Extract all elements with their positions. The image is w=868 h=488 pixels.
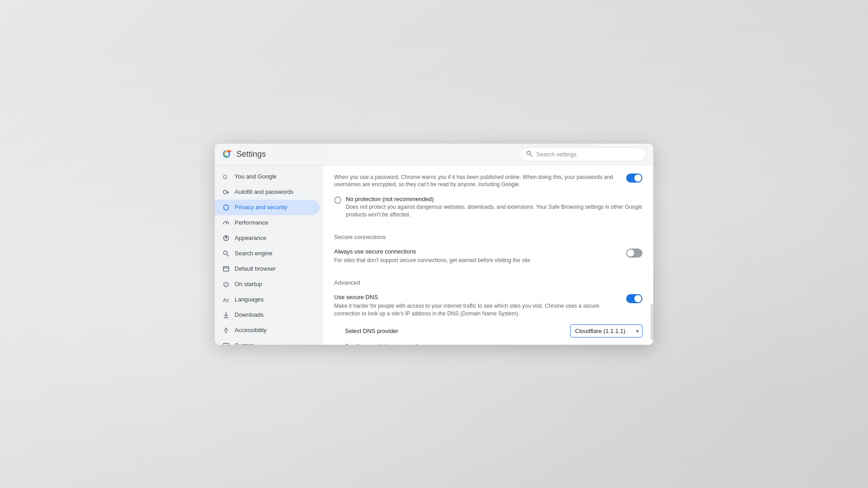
sidebar-item-autofill[interactable]: Autofill and passwords xyxy=(215,184,320,200)
power-icon xyxy=(222,280,230,288)
sidebar-label-performance: Performance xyxy=(235,219,268,226)
gauge-icon xyxy=(222,219,230,227)
use-secure-dns-text: Use secure DNS Make it harder for people… xyxy=(334,293,619,318)
accessibility-icon xyxy=(222,326,230,334)
svg-point-2 xyxy=(225,153,228,156)
privacy-policy-row: See this provider's privacy policy xyxy=(334,341,642,344)
sidebar-label-search-engine: Search engine xyxy=(235,250,273,257)
sidebar-label-system: System xyxy=(235,342,254,345)
sidebar-item-downloads[interactable]: Downloads xyxy=(215,307,320,323)
svg-rect-14 xyxy=(223,267,229,271)
privacy-policy-text: See this provider's xyxy=(345,343,389,344)
use-secure-dns-desc: Make it harder for people with access to… xyxy=(334,302,619,318)
always-secure-desc: For sites that don't support secure conn… xyxy=(334,257,619,264)
sidebar-item-languages[interactable]: A文 Languages xyxy=(215,292,320,307)
sidebar-label-autofill: Autofill and passwords xyxy=(235,188,293,195)
sidebar-label-on-startup: On startup xyxy=(235,281,262,287)
key-icon xyxy=(222,188,230,196)
no-protection-desc: Does not protect you against dangerous w… xyxy=(346,203,642,219)
search-engine-icon xyxy=(222,249,230,258)
sidebar-label-default-browser: Default browser xyxy=(235,265,276,272)
scrollbar-thumb[interactable] xyxy=(651,304,653,340)
browser-icon xyxy=(222,265,230,273)
dns-provider-label: Select DNS provider xyxy=(345,328,398,334)
search-icon xyxy=(526,150,533,158)
svg-text:文: 文 xyxy=(226,298,230,303)
sidebar-label-accessibility: Accessibility xyxy=(235,327,267,333)
advanced-header: Advanced xyxy=(334,272,642,290)
content-scrollbar[interactable] xyxy=(651,165,653,345)
dns-provider-row: Select DNS provider Cloudflare (1.1.1.1)… xyxy=(334,321,642,341)
search-input[interactable] xyxy=(536,151,639,158)
divider-2 xyxy=(334,270,642,270)
svg-point-6 xyxy=(223,190,227,194)
sidebar-item-performance[interactable]: Performance xyxy=(215,215,320,230)
appearance-icon xyxy=(222,234,230,242)
use-secure-dns-label: Use secure DNS xyxy=(334,293,619,301)
toggle-knob xyxy=(634,174,642,182)
use-secure-dns-row: Use secure DNS Make it harder for people… xyxy=(334,290,642,321)
svg-line-10 xyxy=(226,222,227,224)
system-icon xyxy=(222,342,230,345)
content-area: When you use a password, Chrome warns yo… xyxy=(323,165,653,345)
sidebar: G You and Google Autofill and passwords … xyxy=(215,165,323,345)
dns-provider-select[interactable]: Cloudflare (1.1.1.1) Google (8.8.8.8) Cu… xyxy=(570,324,642,338)
sidebar-item-appearance[interactable]: Appearance xyxy=(215,230,320,246)
svg-text:G: G xyxy=(223,174,227,180)
sidebar-label-appearance: Appearance xyxy=(235,235,266,241)
toggle-knob-on xyxy=(634,295,642,302)
toggle-track[interactable] xyxy=(626,174,642,183)
sidebar-item-on-startup[interactable]: On startup xyxy=(215,277,320,292)
password-warning-desc: When you use a password, Chrome warns yo… xyxy=(334,174,619,189)
always-secure-toggle[interactable] xyxy=(626,249,642,258)
no-protection-option[interactable]: No protection (not recommended) Does not… xyxy=(334,192,642,222)
chrome-logo-icon xyxy=(222,150,231,159)
svg-rect-21 xyxy=(223,343,229,345)
sidebar-label-downloads: Downloads xyxy=(235,311,264,318)
shield-icon xyxy=(222,203,230,211)
top-bar: Settings xyxy=(215,144,653,165)
toggle-track-on[interactable] xyxy=(626,294,642,303)
dns-select-wrapper: Cloudflare (1.1.1.1) Google (8.8.8.8) Cu… xyxy=(570,324,642,338)
sidebar-label-you-and-google: You and Google xyxy=(235,173,277,180)
sidebar-label-privacy: Privacy and security xyxy=(235,204,287,211)
content-inner: When you use a password, Chrome warns yo… xyxy=(323,165,653,345)
page-title: Settings xyxy=(236,150,266,159)
download-icon xyxy=(222,311,230,319)
sidebar-item-default-browser[interactable]: Default browser xyxy=(215,261,320,277)
svg-point-20 xyxy=(226,328,227,329)
password-warning-toggle[interactable] xyxy=(626,174,642,183)
main-layout: G You and Google Autofill and passwords … xyxy=(215,165,653,345)
svg-line-4 xyxy=(530,154,533,156)
sidebar-item-you-and-google[interactable]: G You and Google xyxy=(215,169,320,184)
password-warning-row: When you use a password, Chrome warns yo… xyxy=(334,165,642,192)
chrome-settings-window: Settings G You and Google xyxy=(215,144,653,345)
toggle-track-off[interactable] xyxy=(626,249,642,258)
radio-button-no-protection[interactable] xyxy=(334,197,341,204)
always-secure-label: Always use secure connections xyxy=(334,248,619,256)
no-protection-label: No protection (not recommended) xyxy=(346,196,642,202)
sidebar-item-system[interactable]: System xyxy=(215,338,320,345)
google-g-icon: G xyxy=(222,173,230,181)
use-secure-dns-toggle[interactable] xyxy=(626,294,642,303)
sidebar-item-privacy-security[interactable]: Privacy and security xyxy=(215,200,320,215)
always-secure-text: Always use secure connections For sites … xyxy=(334,248,619,264)
no-protection-text: No protection (not recommended) Does not… xyxy=(346,196,642,219)
secure-connections-header: Secure connections xyxy=(334,226,642,244)
toggle-knob-off xyxy=(627,249,634,257)
divider-1 xyxy=(334,224,642,225)
sidebar-item-search-engine[interactable]: Search engine xyxy=(215,246,320,261)
privacy-policy-link[interactable]: privacy policy xyxy=(391,343,424,344)
always-secure-row: Always use secure connections For sites … xyxy=(334,244,642,268)
password-warning-text: When you use a password, Chrome warns yo… xyxy=(334,173,619,189)
sidebar-item-accessibility[interactable]: Accessibility xyxy=(215,323,320,338)
sidebar-label-languages: Languages xyxy=(235,296,264,303)
languages-icon: A文 xyxy=(222,296,230,304)
svg-line-13 xyxy=(227,254,229,256)
search-bar[interactable] xyxy=(519,147,646,161)
